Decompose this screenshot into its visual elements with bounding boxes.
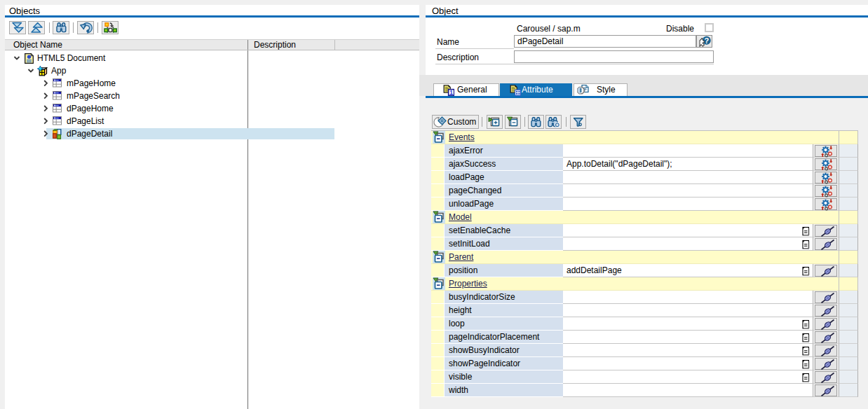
svg-text:1: 1 — [449, 89, 453, 96]
svg-text:?: ? — [704, 36, 709, 45]
